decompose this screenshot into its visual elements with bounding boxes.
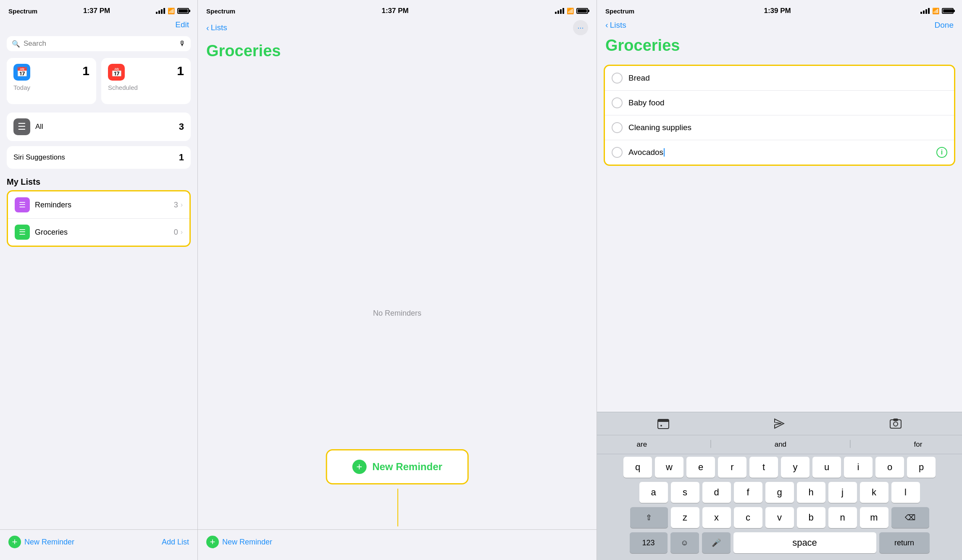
key-i[interactable]: i — [844, 457, 873, 478]
key-t[interactable]: t — [749, 457, 778, 478]
scheduled-icon: 📅 — [108, 64, 125, 81]
key-v[interactable]: v — [765, 507, 794, 528]
done-button[interactable]: Done — [935, 21, 954, 30]
info-icon-avocados[interactable]: i — [936, 147, 947, 158]
key-f[interactable]: f — [734, 482, 762, 503]
reminder-item-avocados[interactable]: Avocados i — [605, 140, 954, 165]
key-o[interactable]: o — [875, 457, 904, 478]
key-u[interactable]: u — [812, 457, 841, 478]
key-e[interactable]: e — [686, 457, 715, 478]
key-shift[interactable]: ⇧ — [630, 507, 668, 528]
key-emoji[interactable]: ☺ — [670, 532, 699, 553]
carrier-3: Spectrum — [605, 8, 634, 15]
key-row-1: q w e r t y u i o p — [599, 457, 960, 478]
search-bar[interactable]: 🔍 🎙 — [7, 36, 191, 51]
new-reminder-popup-label: New Reminder — [372, 461, 442, 473]
battery-icon-2 — [576, 8, 588, 14]
all-section[interactable]: ☰ All 3 — [7, 113, 191, 141]
key-q[interactable]: q — [623, 457, 652, 478]
back-chevron-2: ‹ — [206, 23, 209, 33]
bottom-toolbar-1: + New Reminder Add List — [0, 529, 197, 560]
pred-word-2[interactable]: and — [766, 439, 795, 450]
key-space[interactable]: space — [733, 532, 876, 553]
key-z[interactable]: z — [671, 507, 699, 528]
key-m[interactable]: m — [860, 507, 888, 528]
status-icons-3: 📶 — [920, 8, 954, 14]
groceries-list-name: Groceries — [35, 228, 169, 237]
reminder-text-cleaning: Cleaning supplies — [628, 123, 947, 132]
new-reminder-popup[interactable]: + New Reminder — [326, 449, 469, 484]
new-reminder-button-1[interactable]: + New Reminder — [8, 536, 74, 548]
key-l[interactable]: l — [891, 482, 920, 503]
radio-bread[interactable] — [612, 73, 623, 84]
key-123[interactable]: 123 — [630, 532, 668, 553]
scheduled-card[interactable]: 📅 1 Scheduled — [101, 58, 191, 104]
add-list-button[interactable]: Add List — [162, 538, 189, 547]
chevron-right-icon-2: › — [181, 228, 183, 236]
today-card[interactable]: 📅 1 Today — [7, 58, 96, 104]
signal-icon — [156, 8, 165, 14]
key-x[interactable]: x — [702, 507, 731, 528]
key-y[interactable]: y — [781, 457, 810, 478]
siri-label: Siri Suggestions — [13, 153, 65, 162]
key-row-2: a s d f g h j k l — [599, 482, 960, 503]
key-g[interactable]: g — [765, 482, 794, 503]
microphone-icon: 🎙 — [179, 40, 186, 47]
key-d[interactable]: d — [702, 482, 731, 503]
scheduled-count: 1 — [177, 64, 184, 78]
key-n[interactable]: n — [828, 507, 857, 528]
key-w[interactable]: w — [655, 457, 683, 478]
key-a[interactable]: a — [639, 482, 668, 503]
reminder-item-babyfood[interactable]: Baby food — [605, 91, 954, 115]
groceries-title-3: Groceries — [597, 33, 962, 61]
back-label-3: Lists — [610, 21, 626, 30]
key-h[interactable]: h — [797, 482, 825, 503]
panel-lists: Spectrum 1:37 PM 📶 Edit 🔍 🎙 📅 — [0, 0, 197, 560]
search-input[interactable] — [24, 39, 176, 48]
calendar-toolbar-icon[interactable] — [654, 416, 672, 431]
reminder-item-cleaning[interactable]: Cleaning supplies — [605, 115, 954, 140]
pred-word-1[interactable]: are — [628, 439, 656, 450]
radio-avocados[interactable] — [612, 147, 623, 158]
key-p[interactable]: p — [907, 457, 936, 478]
plus-icon-2: + — [206, 536, 219, 548]
new-reminder-label-2: New Reminder — [222, 538, 272, 547]
key-backspace[interactable]: ⌫ — [891, 507, 929, 528]
edit-button[interactable]: Edit — [175, 20, 189, 29]
battery-icon-3 — [942, 8, 954, 14]
photo-toolbar-icon[interactable] — [887, 416, 904, 431]
key-s[interactable]: s — [671, 482, 699, 503]
status-bar-1: Spectrum 1:37 PM 📶 — [0, 0, 197, 18]
groceries-list-count: 0 — [174, 228, 178, 237]
back-chevron-3: ‹ — [605, 20, 608, 30]
reminders-list-item[interactable]: ☰ Reminders 3 › — [8, 191, 189, 218]
groceries-list-item[interactable]: ☰ Groceries 0 › — [8, 218, 189, 246]
status-icons-2: 📶 — [555, 8, 588, 14]
key-return[interactable]: return — [879, 532, 930, 553]
back-button-2[interactable]: ‹ Lists — [206, 23, 227, 33]
radio-babyfood[interactable] — [612, 97, 623, 108]
key-c[interactable]: c — [734, 507, 762, 528]
siri-count: 1 — [179, 152, 184, 163]
new-reminder-button-2[interactable]: + New Reminder — [206, 536, 588, 548]
send-toolbar-icon[interactable] — [770, 416, 788, 431]
bottom-new-reminder-2: + New Reminder — [198, 529, 597, 560]
back-label-2: Lists — [211, 23, 227, 32]
siri-suggestions[interactable]: Siri Suggestions 1 — [7, 146, 191, 169]
back-button-3[interactable]: ‹ Lists — [605, 20, 626, 30]
my-lists-container: ☰ Reminders 3 › ☰ Groceries 0 › — [7, 190, 191, 247]
more-menu-button[interactable]: ··· — [573, 20, 588, 35]
carrier-1: Spectrum — [8, 8, 37, 15]
key-mic[interactable]: 🎤 — [702, 532, 731, 553]
scheduled-label: Scheduled — [108, 84, 184, 91]
key-k[interactable]: k — [860, 482, 888, 503]
arrow-line — [397, 489, 398, 526]
status-icons-1: 📶 — [156, 8, 189, 14]
key-j[interactable]: j — [828, 482, 857, 503]
dots-icon: ··· — [577, 24, 584, 32]
reminder-item-bread[interactable]: Bread — [605, 66, 954, 91]
key-r[interactable]: r — [718, 457, 746, 478]
key-b[interactable]: b — [797, 507, 825, 528]
radio-cleaning[interactable] — [612, 122, 623, 133]
pred-word-3[interactable]: for — [906, 439, 931, 450]
